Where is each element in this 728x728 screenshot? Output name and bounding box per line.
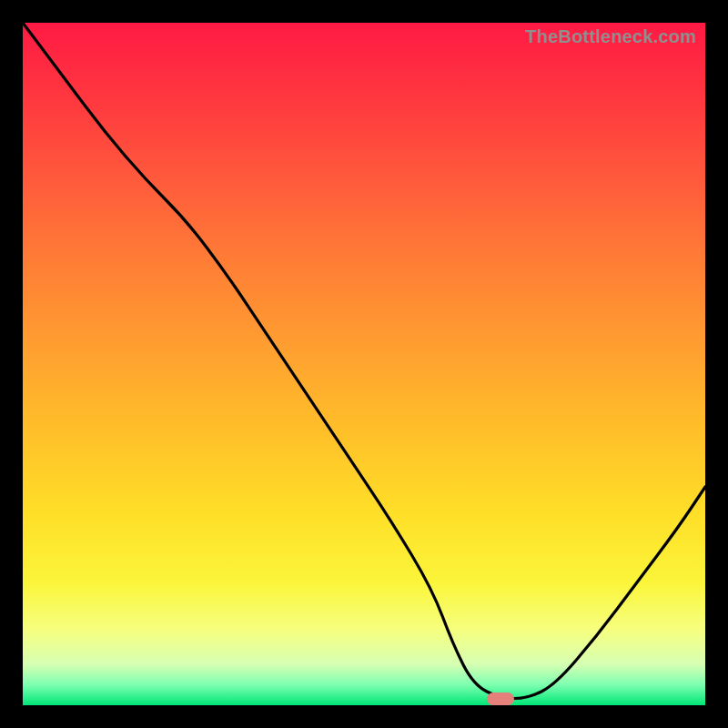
plot-area: TheBottleneck.com: [23, 23, 705, 705]
chart-frame: TheBottleneck.com: [0, 0, 728, 728]
optimum-marker: [487, 693, 514, 705]
bottleneck-curve: [23, 23, 705, 705]
curve-path: [23, 23, 705, 699]
